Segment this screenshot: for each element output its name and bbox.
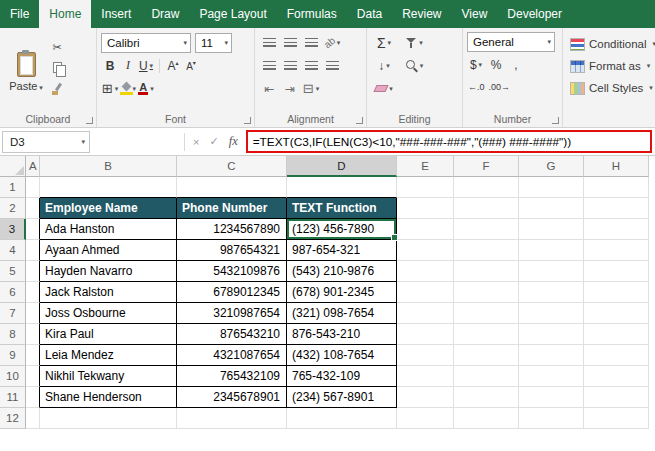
row-header-1[interactable]: 1 [0,177,26,198]
row-header-12[interactable]: 12 [0,408,26,429]
formula-input[interactable]: =TEXT(C3,IF(LEN(C3)<10,"###-###-###","(#… [246,131,653,152]
font-name-combobox[interactable]: Calibri [101,33,191,53]
cells-E9-H9[interactable] [397,345,649,366]
cell-C12[interactable] [177,408,287,429]
conditional-formatting-button[interactable]: Conditional [569,34,655,54]
percent-style-button[interactable]: % [487,56,505,75]
cell-D1[interactable] [287,177,397,198]
clear-button[interactable] [371,79,397,98]
tab-home[interactable]: Home [39,0,91,28]
decrease-indent-button[interactable] [259,79,279,98]
cell-employee-name[interactable]: Joss Osbourne [40,303,177,324]
cell-phone-number[interactable]: 876543210 [177,324,287,345]
number-format-combobox[interactable]: General [467,32,555,52]
cell-phone-number[interactable]: 3210987654 [177,303,287,324]
tab-review[interactable]: Review [392,0,451,28]
cell-A9[interactable] [26,345,40,366]
cells-E11-H11[interactable] [397,387,649,408]
cells-E2-H2[interactable] [397,198,649,219]
row-header-9[interactable]: 9 [0,345,26,366]
column-header-b[interactable]: B [40,156,177,177]
cell-D12[interactable] [287,408,397,429]
select-all-button[interactable] [0,156,26,177]
column-header-e[interactable]: E [397,156,454,177]
cell-A12[interactable] [26,408,40,429]
tab-developer[interactable]: Developer [497,0,572,28]
bold-button[interactable]: B [101,56,119,75]
cells-E4-H4[interactable] [397,240,649,261]
copy-button[interactable] [48,59,66,76]
cell-employee-name[interactable]: Leia Mendez [40,345,177,366]
cells-E7-H7[interactable] [397,303,649,324]
italic-button[interactable]: I [119,56,137,75]
cell-B1[interactable] [40,177,177,198]
row-header-10[interactable]: 10 [0,366,26,387]
format-painter-button[interactable] [48,80,66,97]
tab-draw[interactable]: Draw [141,0,189,28]
tab-formulas[interactable]: Formulas [277,0,347,28]
align-right-button[interactable] [301,56,321,75]
increase-font-size-button[interactable] [164,56,182,75]
cancel-icon[interactable]: × [193,136,199,148]
column-header-c[interactable]: C [177,156,287,177]
clipboard-dialog-launcher-icon[interactable] [85,116,93,124]
cell-text-function[interactable]: 876-543-210 [287,324,397,345]
cell-A10[interactable] [26,366,40,387]
column-header-d-selected[interactable]: D [287,156,397,177]
cell-employee-name-header[interactable]: Employee Name [40,198,177,219]
cut-button[interactable] [48,38,66,55]
cells-E8-H8[interactable] [397,324,649,345]
cell-employee-name[interactable]: Shane Henderson [40,387,177,408]
cell-employee-name[interactable]: Kira Paul [40,324,177,345]
column-header-g[interactable]: G [519,156,584,177]
tab-data[interactable]: Data [347,0,392,28]
cells-E6-H6[interactable] [397,282,649,303]
increase-indent-button[interactable] [280,79,300,98]
find-select-button[interactable] [401,56,427,75]
cell-A8[interactable] [26,324,40,345]
cell-B12[interactable] [40,408,177,429]
insert-function-button[interactable]: fx [229,134,238,149]
font-dialog-launcher-icon[interactable] [243,116,251,124]
autosum-button[interactable]: Σ [371,33,397,52]
row-header-8[interactable]: 8 [0,324,26,345]
cell-text-function[interactable]: (321) 098-7654 [287,303,397,324]
row-header-7[interactable]: 7 [0,303,26,324]
cell-A1[interactable] [26,177,40,198]
cell-phone-number[interactable]: 2345678901 [177,387,287,408]
cell-text-function[interactable]: (432) 108-7654 [287,345,397,366]
column-header-a[interactable]: A [26,156,40,177]
cells-E10-H10[interactable] [397,366,649,387]
cell-A3[interactable] [26,219,40,240]
cell-A6[interactable] [26,282,40,303]
cell-employee-name[interactable]: Jack Ralston [40,282,177,303]
cell-employee-name[interactable]: Ada Hanston [40,219,177,240]
cell-A2[interactable] [26,198,40,219]
cell-employee-name[interactable]: Ayaan Ahmed [40,240,177,261]
row-header-4[interactable]: 4 [0,240,26,261]
comma-style-button[interactable]: , [507,56,525,75]
enter-icon[interactable]: ✓ [209,135,218,148]
format-as-table-button[interactable]: Format as [569,56,655,76]
cell-A11[interactable] [26,387,40,408]
merge-center-button[interactable] [301,79,321,98]
cell-A4[interactable] [26,240,40,261]
row-header-11[interactable]: 11 [0,387,26,408]
cell-styles-button[interactable]: Cell Styles [569,78,655,98]
column-header-f[interactable]: F [454,156,519,177]
cell-phone-number-header[interactable]: Phone Number [177,198,287,219]
cells-E3-H3[interactable] [397,219,649,240]
row-header-5[interactable]: 5 [0,261,26,282]
align-middle-button[interactable] [280,33,300,52]
underline-button[interactable]: U [137,56,155,75]
font-color-button[interactable] [137,79,155,98]
align-left-button[interactable] [259,56,279,75]
cell-employee-name[interactable]: Nikhil Tekwany [40,366,177,387]
alignment-dialog-launcher-icon[interactable] [355,116,363,124]
selected-cell-D3[interactable]: (123) 456-7890 [287,219,397,240]
cell-A5[interactable] [26,261,40,282]
cell-text-function-header[interactable]: TEXT Function [287,198,397,219]
cell-phone-number[interactable]: 4321087654 [177,345,287,366]
orientation-button[interactable]: ab [322,33,342,52]
accounting-format-button[interactable]: $ [467,56,485,75]
